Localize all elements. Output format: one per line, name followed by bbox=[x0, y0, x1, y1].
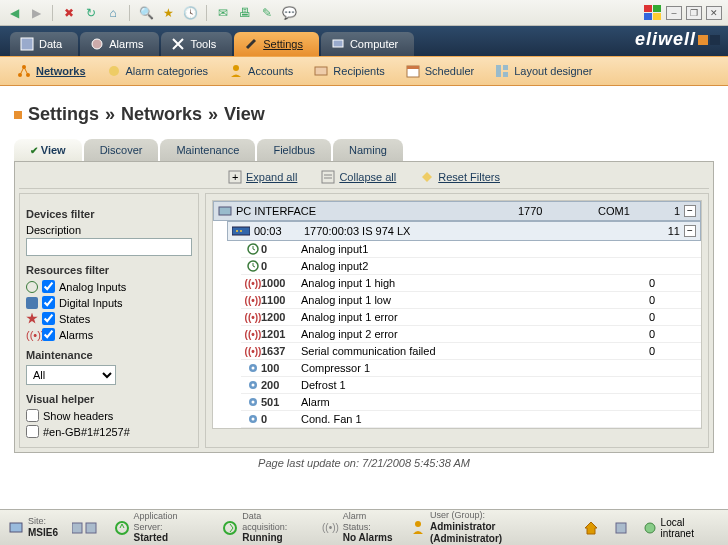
subnav-layout-designer[interactable]: Layout designer bbox=[488, 60, 598, 82]
filter-analog-inputs[interactable]: Analog Inputs bbox=[26, 280, 192, 293]
tree-resource-row[interactable]: 200Defrost 1 bbox=[241, 377, 701, 394]
tree-resource-row[interactable]: 501Alarm bbox=[241, 394, 701, 411]
back-button[interactable]: ◀ bbox=[6, 5, 22, 21]
checkbox[interactable] bbox=[42, 312, 55, 325]
collapse-all-button[interactable]: Collapse all bbox=[321, 170, 396, 184]
alarm-icon: ((•)) bbox=[245, 312, 261, 323]
tree-resource-row[interactable]: 0Analog input2 bbox=[241, 258, 701, 275]
reset-filters-button[interactable]: Reset Filters bbox=[420, 170, 500, 184]
tree-resource-row[interactable]: ((•))1200Analog input 1 error0 bbox=[241, 309, 701, 326]
checkbox[interactable] bbox=[42, 328, 55, 341]
filter-label: Digital Inputs bbox=[59, 297, 123, 309]
expand-all-button[interactable]: +Expand all bbox=[228, 170, 297, 184]
devices-filter-title: Devices filter bbox=[26, 208, 192, 220]
tree-resource-row[interactable]: 0Analog input1 bbox=[241, 241, 701, 258]
collapse-toggle[interactable]: − bbox=[684, 205, 696, 217]
checkbox[interactable] bbox=[26, 425, 39, 438]
alarm-icon: ((•)) bbox=[26, 329, 38, 341]
tab-computer[interactable]: Computer bbox=[321, 32, 414, 56]
stop-button[interactable]: ✖ bbox=[61, 5, 77, 21]
description-input[interactable] bbox=[26, 238, 192, 256]
subnav-accounts[interactable]: Accounts bbox=[222, 60, 299, 82]
status-zone: Local intranet bbox=[643, 517, 720, 539]
row-num: 1201 bbox=[261, 328, 301, 340]
itab-fieldbus[interactable]: Fieldbus bbox=[257, 139, 331, 161]
checkbox[interactable] bbox=[42, 296, 55, 309]
tab-tools[interactable]: Tools bbox=[161, 32, 232, 56]
print-button[interactable]: 🖶 bbox=[237, 5, 253, 21]
tree-resource-row[interactable]: 100Compressor 1 bbox=[241, 360, 701, 377]
row-name: Analog input 1 high bbox=[301, 277, 649, 289]
subnav-recipients[interactable]: Recipients bbox=[307, 60, 390, 82]
svg-point-30 bbox=[252, 367, 255, 370]
refresh-button[interactable]: ↻ bbox=[83, 5, 99, 21]
row-num: 200 bbox=[261, 379, 301, 391]
svg-point-25 bbox=[236, 230, 238, 232]
row-val: 0 bbox=[649, 328, 697, 340]
collapse-toggle[interactable]: − bbox=[684, 225, 696, 237]
reset-icon bbox=[420, 170, 434, 184]
minimize-button[interactable]: – bbox=[666, 6, 682, 20]
tab-alarms[interactable]: Alarms bbox=[80, 32, 159, 56]
row-num: 100 bbox=[261, 362, 301, 374]
subnav-label: Recipients bbox=[333, 65, 384, 77]
tree-resource-row[interactable]: ((•))1100Analog input 1 low0 bbox=[241, 292, 701, 309]
star-icon bbox=[26, 313, 38, 325]
edit-button[interactable]: ✎ bbox=[259, 5, 275, 21]
row-val: 0 bbox=[649, 277, 697, 289]
action-bar: +Expand all Collapse all Reset Filters bbox=[19, 166, 709, 189]
home-button[interactable]: ⌂ bbox=[105, 5, 121, 21]
tree-root-row[interactable]: PC INTERFACE 1770 COM1 1 − bbox=[213, 201, 701, 221]
tree-resource-row[interactable]: ((•))1637Serial communication failed0 bbox=[241, 343, 701, 360]
appserver-icon bbox=[114, 520, 130, 536]
history-button[interactable]: 🕓 bbox=[182, 5, 198, 21]
filter-alarms[interactable]: ((•))Alarms bbox=[26, 328, 192, 341]
tree-device-row[interactable]: 00:03 1770:00:03 IS 974 LX 11 − bbox=[227, 221, 701, 241]
itab-discover[interactable]: Discover bbox=[84, 139, 159, 161]
svg-rect-1 bbox=[653, 5, 661, 12]
subnav-label: Scheduler bbox=[425, 65, 475, 77]
checkbox[interactable] bbox=[42, 280, 55, 293]
subnav-networks[interactable]: Networks bbox=[10, 60, 92, 82]
maintenance-select[interactable]: All bbox=[26, 365, 116, 385]
visual-locale[interactable]: #en-GB#1#1257# bbox=[26, 425, 192, 438]
discuss-button[interactable]: 💬 bbox=[281, 5, 297, 21]
subnav-scheduler[interactable]: Scheduler bbox=[399, 60, 481, 82]
tree-resource-row[interactable]: 0Cond. Fan 1 bbox=[241, 411, 701, 428]
tool-status-icon[interactable] bbox=[613, 520, 629, 536]
row-num: 0 bbox=[261, 260, 301, 272]
itab-maintenance[interactable]: Maintenance bbox=[160, 139, 255, 161]
filter-label: Alarms bbox=[59, 329, 93, 341]
favorites-button[interactable]: ★ bbox=[160, 5, 176, 21]
tab-settings[interactable]: Settings bbox=[234, 32, 319, 56]
gear-icon bbox=[245, 413, 261, 425]
tab-label: Alarms bbox=[109, 38, 143, 50]
alarm-icon: ((•)) bbox=[245, 295, 261, 306]
visual-show-headers[interactable]: Show headers bbox=[26, 409, 192, 422]
filter-digital-inputs[interactable]: Digital Inputs bbox=[26, 296, 192, 309]
svg-rect-43 bbox=[616, 523, 626, 533]
itab-naming[interactable]: Naming bbox=[333, 139, 403, 161]
tree-resource-row[interactable]: ((•))1201Analog input 2 error0 bbox=[241, 326, 701, 343]
tab-data[interactable]: Data bbox=[10, 32, 78, 56]
crumb: View bbox=[224, 104, 265, 125]
home-status-icon[interactable] bbox=[583, 520, 599, 536]
main-tabs: Data Alarms Tools Settings Computer eliw… bbox=[0, 26, 728, 56]
row-name: Analog input 1 low bbox=[301, 294, 649, 306]
forward-button[interactable]: ▶ bbox=[28, 5, 44, 21]
maximize-button[interactable]: ❐ bbox=[686, 6, 702, 20]
svg-point-10 bbox=[109, 66, 119, 76]
row-num: 1100 bbox=[261, 294, 301, 306]
alarm-icon: ((•)) bbox=[245, 346, 261, 357]
row-val: 0 bbox=[649, 294, 697, 306]
computer-icon bbox=[331, 37, 345, 51]
subnav-alarm-categories[interactable]: Alarm categories bbox=[100, 60, 215, 82]
brand-logo: eliwell bbox=[635, 29, 720, 50]
checkbox[interactable] bbox=[26, 409, 39, 422]
filter-states[interactable]: States bbox=[26, 312, 192, 325]
mail-button[interactable]: ✉ bbox=[215, 5, 231, 21]
tree-resource-row[interactable]: ((•))1000Analog input 1 high0 bbox=[241, 275, 701, 292]
close-button[interactable]: ✕ bbox=[706, 6, 722, 20]
itab-view[interactable]: View bbox=[14, 139, 82, 161]
search-button[interactable]: 🔍 bbox=[138, 5, 154, 21]
